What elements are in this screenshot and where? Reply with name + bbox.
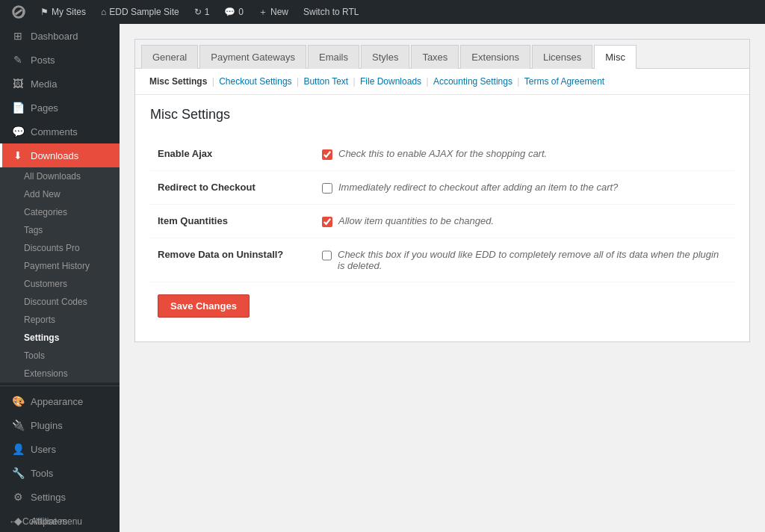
new-label: New bbox=[270, 7, 288, 17]
comments-button[interactable]: 💬 0 bbox=[218, 0, 250, 24]
submenu-categories[interactable]: Categories bbox=[0, 203, 120, 221]
posts-icon: ✎ bbox=[11, 54, 25, 66]
sep3: | bbox=[353, 76, 356, 87]
sidebar-item-users[interactable]: 👤 Users bbox=[0, 437, 120, 461]
page-title: Misc Settings bbox=[150, 107, 734, 123]
users-label: Users bbox=[31, 444, 56, 455]
submenu-settings[interactable]: Settings bbox=[0, 329, 120, 347]
settings-wrap: General Payment Gateways Emails Styles T… bbox=[134, 39, 750, 342]
tab-licenses[interactable]: Licenses bbox=[532, 45, 592, 69]
tab-emails[interactable]: Emails bbox=[308, 45, 359, 69]
remove-data-checkbox[interactable] bbox=[322, 250, 332, 261]
sidebar-item-settings[interactable]: ⚙ Settings bbox=[0, 485, 120, 509]
sidebar-item-pages[interactable]: 📄 Pages bbox=[0, 96, 120, 120]
updates-button[interactable]: ↻ 1 bbox=[188, 0, 216, 24]
menu-separator bbox=[0, 386, 120, 386]
subnav-misc-settings[interactable]: Misc Settings bbox=[149, 76, 207, 87]
redirect-checkout-row: Immediately redirect to checkout after a… bbox=[322, 182, 727, 194]
main-content: General Payment Gateways Emails Styles T… bbox=[120, 24, 765, 532]
submenu-extensions[interactable]: Extensions bbox=[0, 365, 120, 383]
sidebar: ⊞ Dashboard ✎ Posts 🖼 Media 📄 Pages 💬 Co… bbox=[0, 24, 120, 532]
sidebar-item-posts[interactable]: ✎ Posts bbox=[0, 48, 120, 72]
switch-rtl-label: Switch to RTL bbox=[303, 7, 359, 17]
appearance-icon: 🎨 bbox=[11, 395, 25, 407]
redirect-checkout-description: Immediately redirect to checkout after a… bbox=[338, 182, 618, 193]
sidebar-item-comments[interactable]: 💬 Comments bbox=[0, 120, 120, 143]
sep4: | bbox=[426, 76, 428, 87]
subnav-terms-of-agreement[interactable]: Terms of Agreement bbox=[524, 76, 604, 87]
home-icon: ⌂ bbox=[101, 7, 106, 17]
setting-enable-ajax: Enable Ajax Check this to enable AJAX fo… bbox=[150, 137, 734, 171]
switch-rtl-button[interactable]: Switch to RTL bbox=[297, 0, 365, 24]
new-content-button[interactable]: ＋ New bbox=[253, 0, 294, 24]
enable-ajax-checkbox[interactable] bbox=[322, 149, 332, 160]
sidebar-item-media[interactable]: 🖼 Media bbox=[0, 72, 120, 96]
comments-sidebar-icon: 💬 bbox=[11, 126, 25, 137]
dashboard-icon: ⊞ bbox=[11, 30, 25, 42]
sep1: | bbox=[212, 76, 214, 87]
sidebar-item-appearance[interactable]: 🎨 Appearance bbox=[0, 389, 120, 413]
posts-label: Posts bbox=[31, 55, 55, 66]
plugins-label: Plugins bbox=[31, 420, 63, 431]
enable-ajax-description: Check this to enable AJAX for the shoppi… bbox=[338, 148, 547, 159]
submenu-reports[interactable]: Reports bbox=[0, 311, 120, 329]
settings-table: Enable Ajax Check this to enable AJAX fo… bbox=[150, 137, 734, 282]
item-quantities-row: Allow item quantities to be changed. bbox=[322, 215, 727, 227]
setting-remove-data: Remove Data on Uninstall? Check this box… bbox=[150, 238, 734, 282]
subnav-accounting-settings[interactable]: Accounting Settings bbox=[433, 76, 512, 87]
site-name-button[interactable]: ⌂ EDD Sample Site bbox=[95, 0, 185, 24]
item-quantities-checkbox[interactable] bbox=[322, 217, 332, 227]
users-icon: 👤 bbox=[11, 443, 25, 455]
sep2: | bbox=[297, 76, 299, 87]
pages-label: Pages bbox=[31, 102, 58, 114]
subnav-checkout-settings[interactable]: Checkout Settings bbox=[219, 76, 291, 87]
submenu-customers[interactable]: Customers bbox=[0, 275, 120, 293]
wp-logo-button[interactable] bbox=[6, 0, 31, 24]
tab-payment-gateways[interactable]: Payment Gateways bbox=[199, 45, 306, 69]
sidebar-item-downloads[interactable]: ⬇ Downloads bbox=[0, 143, 120, 167]
submenu-payment-history[interactable]: Payment History bbox=[0, 257, 120, 275]
media-icon: 🖼 bbox=[11, 78, 25, 90]
tools-icon: 🔧 bbox=[11, 467, 25, 479]
item-quantities-description: Allow item quantities to be changed. bbox=[338, 215, 494, 226]
submenu-tools[interactable]: Tools bbox=[0, 347, 120, 365]
sidebar-item-tools[interactable]: 🔧 Tools bbox=[0, 461, 120, 485]
tab-general[interactable]: General bbox=[141, 45, 198, 69]
settings-icon: ⚙ bbox=[11, 491, 25, 503]
submenu-tags[interactable]: Tags bbox=[0, 221, 120, 239]
sep5: | bbox=[517, 76, 519, 87]
my-sites-label: My Sites bbox=[52, 7, 86, 17]
submenu-discounts-pro[interactable]: Discounts Pro bbox=[0, 239, 120, 257]
sidebar-item-plugins[interactable]: 🔌 Plugins bbox=[0, 413, 120, 437]
enable-ajax-label: Enable Ajax bbox=[158, 148, 212, 159]
comments-sidebar-label: Comments bbox=[31, 126, 78, 137]
subnav-file-downloads[interactable]: File Downloads bbox=[360, 76, 421, 87]
remove-data-label: Remove Data on Uninstall? bbox=[158, 249, 283, 260]
sub-navigation: Misc Settings | Checkout Settings | Butt… bbox=[135, 69, 749, 95]
save-changes-button[interactable]: Save Changes bbox=[158, 294, 250, 318]
sidebar-item-dashboard[interactable]: ⊞ Dashboard bbox=[0, 24, 120, 48]
submenu-all-downloads[interactable]: All Downloads bbox=[0, 167, 120, 185]
updates-count: 1 bbox=[205, 7, 210, 17]
admin-bar: ⚑ My Sites ⌂ EDD Sample Site ↻ 1 💬 0 ＋ N… bbox=[0, 0, 765, 24]
my-sites-icon: ⚑ bbox=[40, 7, 49, 17]
tab-styles[interactable]: Styles bbox=[361, 45, 409, 69]
collapse-label: Collapse menu bbox=[22, 516, 82, 527]
remove-data-row: Check this box if you would like EDD to … bbox=[322, 249, 727, 271]
my-sites-button[interactable]: ⚑ My Sites bbox=[34, 0, 92, 24]
redirect-checkout-checkbox[interactable] bbox=[322, 183, 332, 194]
submenu-discount-codes[interactable]: Discount Codes bbox=[0, 293, 120, 311]
collapse-menu-button[interactable]: ← Collapse menu bbox=[0, 510, 120, 532]
submenu-add-new[interactable]: Add New bbox=[0, 185, 120, 203]
dashboard-label: Dashboard bbox=[31, 31, 78, 42]
updates-icon: ↻ bbox=[194, 7, 202, 17]
subnav-button-text[interactable]: Button Text bbox=[303, 76, 348, 87]
downloads-icon: ⬇ bbox=[11, 149, 25, 161]
tab-misc[interactable]: Misc bbox=[594, 45, 637, 69]
redirect-checkout-label: Redirect to Checkout bbox=[158, 182, 255, 193]
tab-extensions[interactable]: Extensions bbox=[460, 45, 530, 69]
tab-taxes[interactable]: Taxes bbox=[411, 45, 459, 69]
enable-ajax-row: Check this to enable AJAX for the shoppi… bbox=[322, 148, 727, 160]
collapse-icon: ← bbox=[9, 516, 18, 527]
downloads-submenu: All Downloads Add New Categories Tags Di… bbox=[0, 167, 120, 383]
